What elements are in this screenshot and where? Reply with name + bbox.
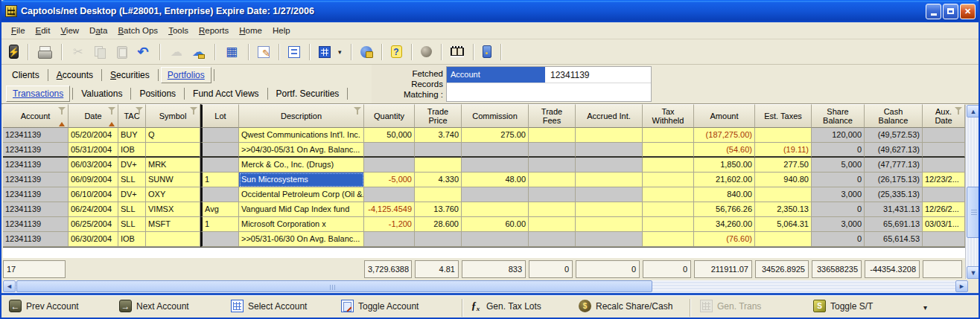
cell-quantity[interactable]: 50,000 xyxy=(364,128,415,143)
cell-amount[interactable]: (187,275.00) xyxy=(694,128,755,143)
cell-trade_price[interactable] xyxy=(415,158,462,173)
cell-account[interactable]: 12341139 xyxy=(3,217,69,232)
next-account-button[interactable]: Next Account xyxy=(119,300,189,312)
subtab-transactions[interactable]: Transactions xyxy=(6,86,70,102)
title-bar[interactable]: Captools/net Desktop (L#28001, Enterpris… xyxy=(0,0,980,22)
column-header-commission[interactable]: Commission xyxy=(462,104,529,128)
cell-aux_date[interactable]: 12/26/2... xyxy=(923,202,965,217)
select-account-button[interactable]: Select Account xyxy=(231,300,307,312)
column-header-amount[interactable]: Amount xyxy=(694,104,755,128)
cell-tac[interactable]: DV+ xyxy=(118,187,146,202)
form-view-icon[interactable] xyxy=(288,46,300,58)
bottom-toolbar-caret[interactable]: ▾ xyxy=(923,303,927,312)
cell-symbol[interactable] xyxy=(146,143,200,158)
cell-tax_withheld[interactable] xyxy=(643,232,694,247)
subtab-positions[interactable]: Positions xyxy=(133,86,182,101)
menu-home[interactable]: Home xyxy=(234,24,267,37)
column-header-symbol[interactable]: Symbol xyxy=(146,104,200,128)
cell-est_taxes[interactable]: 2,350.13 xyxy=(755,202,812,217)
exit-icon[interactable] xyxy=(483,45,491,58)
cell-tax_withheld[interactable] xyxy=(643,158,694,173)
cell-trade_fees[interactable] xyxy=(529,158,576,173)
cell-est_taxes[interactable]: (19.11) xyxy=(755,143,812,158)
cell-trade_price[interactable] xyxy=(415,187,462,202)
filter-icon[interactable] xyxy=(955,107,962,111)
cell-lot[interactable]: Avg xyxy=(200,202,239,217)
cell-lot[interactable] xyxy=(200,158,239,173)
cell-lot[interactable]: 1 xyxy=(200,173,239,187)
cell-share_balance[interactable]: 120,000 xyxy=(812,128,865,143)
cell-cash_balance[interactable]: 65,614.53 xyxy=(865,232,923,247)
cell-aux_date[interactable]: 12/23/2... xyxy=(923,173,965,187)
cell-share_balance[interactable]: 0 xyxy=(812,143,865,158)
menu-batch-ops[interactable]: Batch Ops xyxy=(112,24,163,37)
print-icon[interactable] xyxy=(37,45,52,59)
column-header-description[interactable]: Description xyxy=(239,104,364,128)
cell-commission[interactable] xyxy=(462,187,529,202)
cell-account[interactable]: 12341139 xyxy=(3,173,69,187)
cell-trade_fees[interactable] xyxy=(529,217,576,232)
cell-date[interactable]: 06/24/2004 xyxy=(69,202,118,217)
subtab-valuations[interactable]: Valuations xyxy=(75,86,128,101)
column-header-tac[interactable]: TAC xyxy=(118,104,146,128)
cell-accrued_int[interactable] xyxy=(576,128,643,143)
cell-tac[interactable]: BUY xyxy=(118,128,146,143)
cell-commission[interactable] xyxy=(462,158,529,173)
cell-commission[interactable]: 60.00 xyxy=(462,217,529,232)
filter-icon[interactable] xyxy=(108,107,115,111)
toggle-s-t-button[interactable]: Toggle S/T xyxy=(813,300,873,312)
help-icon[interactable] xyxy=(391,45,402,58)
column-header-cash_balance[interactable]: Cash Balance xyxy=(865,104,923,128)
cell-symbol[interactable]: SUNW xyxy=(146,173,200,187)
vertical-scroll-thumb[interactable] xyxy=(967,187,980,238)
cell-commission[interactable] xyxy=(462,143,529,158)
cell-quantity[interactable] xyxy=(364,232,415,247)
cell-tac[interactable]: SLL xyxy=(118,202,146,217)
gen-tax-lots-button[interactable]: Gen. Tax Lots xyxy=(469,300,541,312)
column-header-trade_fees[interactable]: Trade Fees xyxy=(529,104,576,128)
cell-share_balance[interactable]: 0 xyxy=(812,173,865,187)
cell-aux_date[interactable]: 03/03/1... xyxy=(923,217,965,232)
cell-cash_balance[interactable]: (47,777.13) xyxy=(865,158,923,173)
filter-icon[interactable] xyxy=(58,107,66,111)
cell-tac[interactable]: SLL xyxy=(118,217,146,232)
scroll-down-icon[interactable]: ▼ xyxy=(967,266,980,279)
cell-quantity[interactable]: -4,125.4549 xyxy=(364,202,415,217)
cell-cash_balance[interactable]: (25,335.13) xyxy=(865,187,923,202)
cell-description[interactable]: Occidental Petroleum Corp (Oil &... xyxy=(239,187,364,202)
scroll-right-icon[interactable]: ► xyxy=(955,280,968,292)
edit-icon[interactable] xyxy=(258,46,270,58)
cell-share_balance[interactable]: 0 xyxy=(812,232,865,247)
cell-tax_withheld[interactable] xyxy=(643,173,694,187)
cell-est_taxes[interactable] xyxy=(755,232,812,247)
menu-edit[interactable]: Edit xyxy=(31,24,56,37)
filter-icon[interactable] xyxy=(136,107,143,111)
cell-symbol[interactable]: VIMSX xyxy=(146,202,200,217)
cell-accrued_int[interactable] xyxy=(576,158,643,173)
cell-trade_fees[interactable] xyxy=(529,202,576,217)
cell-aux_date[interactable] xyxy=(923,128,965,143)
cell-trade_price[interactable] xyxy=(415,232,462,247)
horizontal-scrollbar[interactable]: ◄ ► xyxy=(3,280,968,293)
cloud-sync-icon[interactable] xyxy=(191,45,206,59)
cell-cash_balance[interactable]: (49,572.53) xyxy=(865,128,923,143)
column-header-quantity[interactable]: Quantity xyxy=(364,104,415,128)
cell-tax_withheld[interactable] xyxy=(643,128,694,143)
prev-account-button[interactable]: Prev Account xyxy=(9,300,79,312)
cell-est_taxes[interactable]: 940.80 xyxy=(755,173,812,187)
cell-tac[interactable]: IOB xyxy=(118,232,146,247)
cell-description[interactable]: >>04/30-05/31 On Avg. Balanc... xyxy=(239,143,364,158)
cell-date[interactable]: 06/10/2004 xyxy=(69,187,118,202)
cell-description[interactable]: >>05/31-06/30 On Avg. Balanc... xyxy=(239,232,364,247)
fetch-value-input[interactable]: 12341139 xyxy=(545,67,651,83)
cell-account[interactable]: 12341139 xyxy=(3,187,69,202)
cell-accrued_int[interactable] xyxy=(576,143,643,158)
cell-account[interactable]: 12341139 xyxy=(3,143,69,158)
cell-accrued_int[interactable] xyxy=(576,173,643,187)
cell-description[interactable]: Vanguard Mid Cap Index fund xyxy=(239,202,364,217)
cell-share_balance[interactable]: 5,000 xyxy=(812,158,865,173)
menu-view[interactable]: View xyxy=(55,24,84,37)
cell-est_taxes[interactable] xyxy=(755,187,812,202)
menu-data[interactable]: Data xyxy=(84,24,112,37)
cell-accrued_int[interactable] xyxy=(576,187,643,202)
